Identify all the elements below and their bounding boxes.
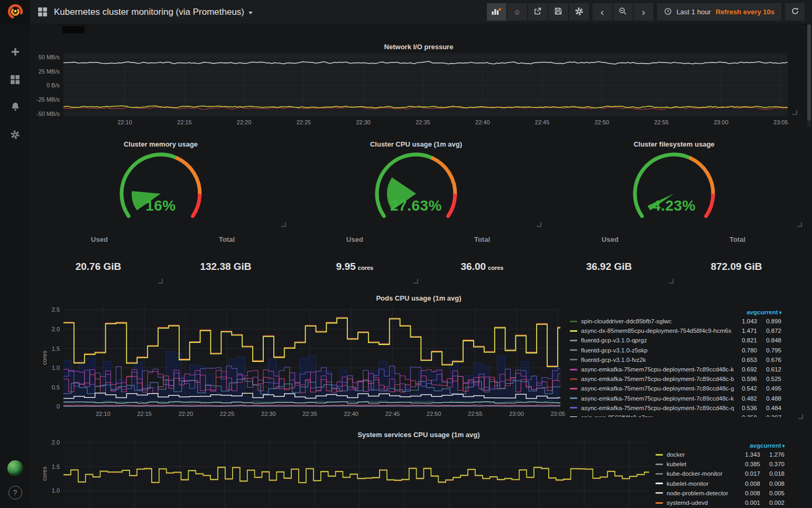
panel-title[interactable]: System services CPU usage (1m avg)	[33, 431, 804, 439]
save-dashboard-button[interactable]	[549, 3, 568, 21]
network-io-chart[interactable]: 50 MB/s25 MB/s0 B/s-25 MB/s-50 MB/s22:10…	[33, 40, 804, 130]
legend-row[interactable]: fluentd-gcp-v3.1.0-fvz2k0.6530.676	[570, 355, 781, 365]
series-color-swatch	[570, 330, 577, 332]
network-io-panel: Network I/O pressure 50 MB/s25 MB/s0 B/s…	[33, 40, 804, 130]
filesystem-gauge-panel: Cluster filesystem usage 4.23% Used 36.9…	[544, 135, 804, 286]
add-panel-button[interactable]	[487, 3, 506, 21]
time-forward-button[interactable]: ›	[634, 3, 653, 21]
svg-text:22:40: 22:40	[475, 119, 490, 125]
series-avg-value: 1.043	[734, 318, 757, 324]
legend-current-header[interactable]: current▾	[760, 442, 785, 449]
legend-row[interactable]: async-emkafka-75mem75cpu-deployment-7c89…	[570, 365, 781, 374]
time-back-button[interactable]: ‹	[593, 3, 612, 21]
dashboard-title-dropdown[interactable]: Kubernetes cluster monitoring (via Prome…	[54, 7, 253, 17]
series-avg-value: 0.542	[734, 385, 757, 392]
svg-text:22:15: 22:15	[177, 119, 192, 125]
series-name[interactable]: async-emkafka-75mem75cpu-deployment-7c89…	[581, 376, 734, 382]
legend-row[interactable]: fluentd-gcp-v3.1.0-z5skp0.7800.795	[570, 346, 781, 355]
chevron-right-icon: ›	[640, 7, 647, 17]
svg-text:-50 MB/s: -50 MB/s	[36, 111, 60, 117]
star-dashboard-button[interactable]: ☆	[508, 3, 527, 21]
legend-row[interactable]: systemd-udevd0.0010.002	[656, 498, 785, 507]
legend-row[interactable]: spin-clouddriver-ddc85bfb7-sglwc1.0430.8…	[570, 316, 781, 326]
legend-row[interactable]: kubelet-monitor0.0080.008	[656, 479, 785, 488]
top-navbar: Kubernetes cluster monitoring (via Prome…	[30, 0, 812, 24]
series-name[interactable]: async-dx-85mem85cpu-deployment-754d58f4c…	[581, 328, 734, 334]
legend-avg-header[interactable]: avg	[734, 309, 757, 315]
sidebar-item-dashboards[interactable]	[6, 72, 25, 88]
series-name[interactable]: async-emkafka-75mem75cpu-deployment-7c89…	[581, 395, 734, 402]
sidebar-item-profile[interactable]	[6, 460, 25, 476]
zoom-out-button[interactable]	[613, 3, 633, 21]
refresh-button[interactable]	[785, 3, 805, 21]
resize-handle[interactable]	[281, 222, 286, 227]
gear-icon	[10, 130, 20, 142]
total-label: Total	[700, 235, 774, 243]
grafana-logo[interactable]	[0, 0, 30, 25]
bell-icon	[10, 102, 21, 114]
panel-title[interactable]: Cluster filesystem usage	[544, 140, 804, 148]
time-range-picker[interactable]: Last 1 hour Refresh every 10s	[657, 3, 781, 21]
legend-current-header[interactable]: current▾	[757, 309, 781, 315]
share-dashboard-button[interactable]	[528, 3, 548, 21]
series-name[interactable]: spin-clouddriver-ddc85bfb7-sglwc	[581, 318, 734, 324]
legend-row[interactable]: fluentd-gcp-v3.1.0-qprgz0.8210.848	[570, 335, 781, 345]
legend-row[interactable]: async-dx-85mem85cpu-deployment-754d58f4c…	[570, 326, 781, 335]
scrollbar-thumb[interactable]	[807, 24, 811, 121]
panel-title[interactable]: Pods CPU usage (1m avg)	[33, 294, 804, 302]
series-name[interactable]: node-problem-detector	[667, 490, 737, 496]
total-value: 132.38 GiB	[190, 261, 264, 273]
total-value: 36.00cores	[445, 261, 519, 273]
series-color-swatch	[570, 349, 577, 351]
series-name[interactable]: spin-orca-8566ff4fc8-z7zcr	[581, 414, 734, 417]
legend-row[interactable]: async-emkafka-75mem75cpu-deployment-7c89…	[570, 394, 781, 403]
series-name[interactable]: async-emkafka-75mem75cpu-deployment-7c89…	[581, 405, 734, 411]
sidebar-item-help[interactable]: ?	[6, 485, 25, 501]
series-avg-value: 0.385	[737, 461, 760, 467]
resize-handle[interactable]	[797, 222, 802, 227]
series-name[interactable]: docker	[667, 451, 737, 458]
sidebar-item-alerting[interactable]	[6, 100, 25, 116]
series-name[interactable]: systemd-udevd	[667, 500, 737, 506]
series-name[interactable]: async-emkafka-75mem75cpu-deployment-7c89…	[581, 385, 734, 392]
series-name[interactable]: kube-docker-monitor	[667, 470, 737, 477]
panel-title[interactable]: Cluster CPU usage (1m avg)	[289, 140, 543, 148]
legend-row[interactable]: spin-orca-8566ff4fc8-z7zcr0.2500.297	[570, 413, 781, 417]
resize-handle[interactable]	[413, 279, 418, 284]
sidebar-item-create[interactable]	[6, 45, 25, 61]
series-name[interactable]: kubelet-monitor	[667, 480, 737, 487]
svg-text:22:10: 22:10	[96, 411, 110, 417]
legend-row[interactable]: async-emkafka-75mem75cpu-deployment-7c89…	[570, 403, 781, 413]
share-icon	[533, 7, 542, 17]
series-name[interactable]: fluentd-gcp-v3.1.0-z5skp	[581, 347, 734, 353]
panel-title[interactable]: Cluster memory usage	[33, 140, 288, 148]
sidebar-item-configuration[interactable]	[6, 128, 25, 143]
series-name[interactable]: kubelet	[667, 461, 737, 467]
legend-avg-header[interactable]: avg	[737, 442, 760, 449]
dashboard-grid-icon[interactable]	[38, 7, 48, 17]
panel-title[interactable]: Network I/O pressure	[33, 43, 804, 51]
series-name[interactable]: fluentd-gcp-v3.1.0-qprgz	[581, 337, 734, 343]
resize-handle[interactable]	[669, 279, 673, 284]
resize-handle[interactable]	[792, 110, 797, 115]
series-current-value: 0.008	[760, 480, 785, 487]
legend-row[interactable]: kube-docker-monitor0.0170.018	[656, 469, 785, 478]
legend-row[interactable]: async-emkafka-75mem75cpu-deployment-7c89…	[570, 374, 781, 384]
settings-button[interactable]	[569, 3, 589, 21]
series-name[interactable]: fluentd-gcp-v3.1.0-fvz2k	[581, 357, 734, 363]
used-value: 36.92 GiB	[573, 261, 647, 273]
svg-text:-25 MB/s: -25 MB/s	[36, 96, 60, 103]
legend-row[interactable]: node-problem-detector0.0080.005	[656, 488, 785, 498]
series-current-value: 0.872	[757, 328, 781, 334]
legend-row[interactable]: kubelet0.3850.370	[656, 459, 785, 469]
legend-row[interactable]: docker1.3431.276	[656, 450, 785, 459]
series-avg-value: 0.536	[734, 405, 757, 411]
series-current-value: 0.525	[757, 376, 781, 382]
time-range-label: Last 1 hour	[677, 8, 711, 16]
legend-row[interactable]: async-emkafka-75mem75cpu-deployment-7c89…	[570, 384, 781, 393]
filesystem-gauge	[544, 149, 804, 228]
resize-handle[interactable]	[537, 222, 541, 227]
series-name[interactable]: async-emkafka-75mem75cpu-deployment-7c89…	[581, 366, 734, 373]
resize-handle[interactable]	[158, 279, 163, 284]
resize-handle[interactable]	[798, 414, 803, 419]
